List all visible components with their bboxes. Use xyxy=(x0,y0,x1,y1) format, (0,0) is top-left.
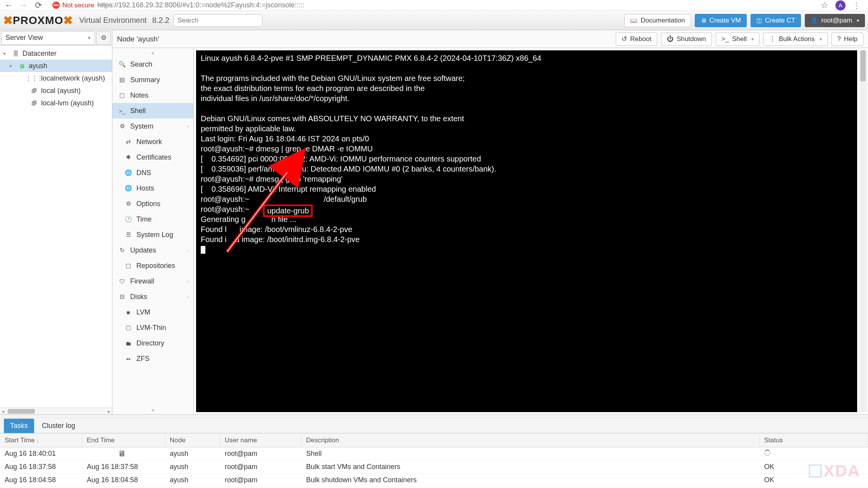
user-menu-button[interactable]: 👤root@pam▾ xyxy=(805,14,865,27)
user-icon: 👤 xyxy=(811,17,818,24)
documentation-button[interactable]: 📖Documentation xyxy=(624,14,691,27)
col-start-time[interactable]: Start Time↓ xyxy=(0,433,82,447)
subnav-label: Shell xyxy=(130,107,146,115)
terminal-scrollbar[interactable] xyxy=(859,50,867,412)
lvm-thin-icon: ▢ xyxy=(125,324,132,331)
shell-terminal[interactable]: Linux ayush 6.8.4-2-pve #1 SMP PREEMPT_D… xyxy=(196,50,857,412)
dns-icon: 🌐 xyxy=(125,169,132,176)
tree-item-datacenter[interactable]: ▾🗄Datacenter xyxy=(0,47,112,60)
system-icon: ⚙ xyxy=(119,123,126,130)
options-icon: ⚙ xyxy=(125,200,132,207)
create-ct-button[interactable]: ◫Create CT xyxy=(751,14,801,27)
subnav-label: System xyxy=(130,122,153,131)
subnav-label: Firewall xyxy=(130,277,154,285)
tree-item-localnetwork--ayush-[interactable]: ⋮⋮⋮localnetwork (ayush) xyxy=(0,72,112,84)
tree-item-ayush[interactable]: ▾🖥ayush xyxy=(0,60,112,72)
subnav-dns[interactable]: 🌐DNS xyxy=(112,165,193,180)
shell-button[interactable]: >_Shell▾ xyxy=(716,33,760,46)
tab-cluster-log[interactable]: Cluster log xyxy=(36,419,81,433)
undo-icon: ↺ xyxy=(622,35,627,43)
subnav-label: Notes xyxy=(130,91,148,100)
subnav-label: Network xyxy=(136,138,162,146)
subnav-directory[interactable]: 🖿Directory xyxy=(112,335,193,351)
tree-item-label: ayush xyxy=(29,62,47,70)
proxmox-logo[interactable]: ✖ PROXMO ✖ xyxy=(3,14,73,27)
subnav-label: Updates xyxy=(130,246,156,254)
directory-icon: 🖿 xyxy=(125,340,132,347)
expand-icon: ▾ xyxy=(3,51,9,57)
subnav-repositories[interactable]: ▢Repositories xyxy=(112,258,193,273)
subnav-label: Time xyxy=(136,215,152,223)
subnav-network[interactable]: ⇄Network xyxy=(112,134,193,149)
subnav-label: Repositories xyxy=(136,262,175,270)
terminal-icon: >_ xyxy=(722,35,729,43)
repositories-icon: ▢ xyxy=(125,262,132,269)
url-text: https://192.168.29.32:8006/#v1:0:=node%2… xyxy=(97,1,304,9)
subnav-system-log[interactable]: ☰System Log xyxy=(112,227,193,242)
tree-settings-button[interactable]: ⚙ xyxy=(96,31,111,45)
reboot-button[interactable]: ↺Reboot xyxy=(616,33,657,46)
subnav-lvm-thin[interactable]: ▢LVM-Thin xyxy=(112,320,193,335)
browser-toolbar: ← → ⟳ ⛔ Not secure https://192.168.29.32… xyxy=(0,0,868,11)
subnav-firewall[interactable]: 🛡Firewall▹ xyxy=(112,273,193,289)
disks-icon: ⊟ xyxy=(119,293,126,300)
security-badge[interactable]: ⛔ Not secure xyxy=(52,1,94,9)
subnav-system[interactable]: ⚙System▹ xyxy=(112,119,193,134)
scroll-up-indicator[interactable]: ▴ xyxy=(112,48,193,57)
global-search-input[interactable] xyxy=(173,14,262,27)
bulk-actions-button[interactable]: ⋮Bulk Actions▾ xyxy=(763,33,828,46)
address-bar[interactable]: ⛔ Not secure https://192.168.29.32:8006/… xyxy=(48,1,816,10)
subnav-disks[interactable]: ⊟Disks▹ xyxy=(112,289,193,304)
chevron-down-icon: ▾ xyxy=(88,35,91,41)
subnav-label: LVM-Thin xyxy=(136,324,166,332)
tree-item-local-lvm--ayush-[interactable]: 🗊local-lvm (ayush) xyxy=(0,97,112,109)
firewall-icon: 🛡 xyxy=(119,278,126,285)
scroll-down-indicator[interactable]: ▾ xyxy=(112,406,193,414)
view-selector[interactable]: Server View▾ xyxy=(1,31,95,45)
create-vm-button[interactable]: 🖥Create VM xyxy=(695,14,747,27)
subnav-shell[interactable]: >_Shell xyxy=(112,103,193,119)
terminal-cursor xyxy=(201,246,205,254)
forward-button[interactable]: → xyxy=(19,0,29,10)
chevron-right-icon: ▹ xyxy=(187,248,189,253)
hosts-icon: 🌐 xyxy=(125,185,132,192)
subnav-summary[interactable]: ▤Summary xyxy=(112,72,193,88)
resource-tree-panel: Server View▾ ⚙ ▾🗄Datacenter▾🖥ayush⋮⋮⋮loc… xyxy=(0,30,112,414)
panel-resize-handle[interactable] xyxy=(0,415,868,418)
subnav-zfs[interactable]: ▪▪ZFS xyxy=(112,351,193,366)
col-node[interactable]: Node xyxy=(165,433,220,447)
task-row[interactable]: Aug 16 18:40:01🖥ayushroot@pamShell xyxy=(0,447,868,461)
tree-item-local--ayush-[interactable]: 🗊local (ayush) xyxy=(0,84,112,97)
task-log-panel: Tasks Cluster log Start Time↓ End Time N… xyxy=(0,414,868,488)
tab-tasks[interactable]: Tasks xyxy=(4,419,34,433)
power-icon: ⏻ xyxy=(667,35,673,43)
certificates-icon: ✱ xyxy=(125,154,132,161)
sort-down-icon: ↓ xyxy=(36,437,39,443)
help-button[interactable]: ?Help xyxy=(832,33,863,46)
subnav-notes[interactable]: ▢Notes xyxy=(112,88,193,103)
task-row[interactable]: Aug 16 18:04:58Aug 16 18:04:58ayushroot@… xyxy=(0,474,868,487)
task-row[interactable]: Aug 16 18:37:58Aug 16 18:37:58ayushroot@… xyxy=(0,461,868,474)
col-status[interactable]: Status xyxy=(760,433,868,447)
shutdown-button[interactable]: ⏻Shutdown xyxy=(661,33,712,46)
bookmark-icon[interactable]: ☆ xyxy=(821,0,828,10)
node-toolbar: Node 'ayush' ↺Reboot ⏻Shutdown >_Shell▾ … xyxy=(112,30,868,48)
reload-button[interactable]: ⟳ xyxy=(33,0,43,10)
subnav-time[interactable]: 🕐Time xyxy=(112,211,193,227)
col-description[interactable]: Description xyxy=(301,433,760,447)
subnav-label: DNS xyxy=(136,169,151,177)
shell-icon: >_ xyxy=(119,108,126,114)
profile-avatar[interactable]: A xyxy=(835,0,846,10)
tree-scrollbar[interactable]: ◂ ▸ xyxy=(0,407,112,414)
subnav-options[interactable]: ⚙Options xyxy=(112,196,193,211)
subnav-lvm[interactable]: ■LVM xyxy=(112,304,193,320)
subnav-updates[interactable]: ↻Updates▹ xyxy=(112,242,193,258)
back-button[interactable]: ← xyxy=(4,0,14,10)
subnav-certificates[interactable]: ✱Certificates xyxy=(112,149,193,165)
subnav-hosts[interactable]: 🌐Hosts xyxy=(112,180,193,196)
col-end-time[interactable]: End Time xyxy=(82,433,165,447)
subnav-label: Search xyxy=(130,60,152,69)
subnav-search[interactable]: 🔍Search xyxy=(112,57,193,72)
col-user[interactable]: User name xyxy=(220,433,301,447)
kebab-menu-icon[interactable]: ⋮ xyxy=(852,1,860,10)
